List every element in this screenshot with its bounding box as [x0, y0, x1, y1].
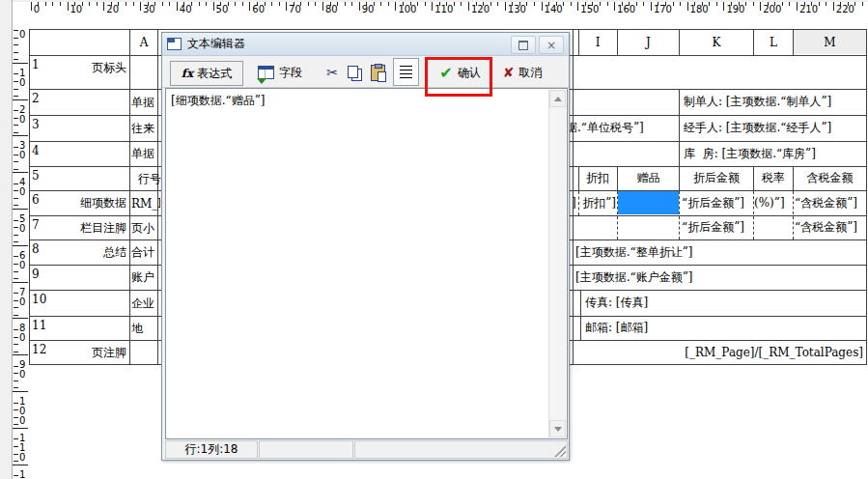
band-row-label[interactable]: 8总结 — [30, 240, 128, 265]
cut-button[interactable]: ✂ — [322, 61, 342, 84]
ruler-tick — [14, 446, 18, 447]
restore-button[interactable] — [511, 36, 536, 54]
cell-warehouse[interactable]: 库 房: [主项数据.“库房”] — [684, 141, 866, 166]
ruler-label: 10 — [70, 4, 83, 14]
a-cell[interactable]: 企业 — [131, 291, 160, 316]
a-cell[interactable]: 合计 — [131, 240, 160, 265]
ruler-label: 40 — [19, 178, 26, 197]
col-title-discount[interactable]: 折扣 — [579, 166, 616, 190]
cell-email[interactable]: 邮箱: [邮箱] — [585, 316, 863, 340]
band-row-label[interactable]: 12页注脚 — [30, 341, 128, 365]
ruler-tick — [745, 2, 746, 6]
a-cell[interactable]: 往来 — [131, 116, 160, 141]
ruler-tick — [13, 63, 28, 64]
cell-whole-discount[interactable]: [主项数据.“整单折让”] — [575, 240, 863, 265]
ruler-tick — [14, 380, 18, 381]
band-row-label[interactable]: 1页标头 — [30, 56, 128, 89]
scroll-down-button[interactable] — [549, 420, 566, 437]
field-label: 字段 — [279, 65, 302, 81]
column-header-l[interactable]: L — [754, 30, 793, 54]
cell-discounted-subtotal[interactable]: “折后金额”] — [682, 215, 752, 240]
ruler-label: 50 — [19, 214, 26, 234]
column-header-a[interactable]: A — [130, 30, 157, 54]
ruler-tick — [14, 227, 18, 228]
selected-cell[interactable] — [618, 191, 679, 214]
ruler-tick — [68, 2, 69, 11]
ruler-tick — [563, 2, 564, 6]
ruler-tick — [833, 2, 834, 11]
band-name: 栏目注脚 — [80, 216, 128, 240]
ruler-tick — [614, 2, 615, 11]
field-button[interactable]: 字段 — [251, 61, 309, 84]
cell-tax-no-fragment[interactable]: 据.“单位税号”] — [566, 115, 676, 141]
cell-maker[interactable]: 制单人: [主项数据.“制单人”] — [684, 89, 866, 115]
cell-withtax-expr[interactable]: “含税金额”] — [795, 190, 865, 215]
ruler-tick — [13, 318, 28, 319]
ruler-tick — [13, 465, 28, 465]
ruler-tick — [162, 2, 163, 6]
a-cell[interactable]: RM_L — [131, 191, 160, 215]
ruler-tick — [14, 147, 18, 148]
band-row-label[interactable]: 6细项数据 — [30, 191, 128, 215]
band-row-label[interactable]: 3 — [30, 116, 128, 141]
band-name: 细项数据 — [80, 191, 128, 215]
a-cell[interactable]: 地 — [131, 317, 160, 340]
a-cell[interactable]: 页小 — [131, 216, 160, 240]
editor-scrollbar[interactable] — [548, 90, 566, 437]
col-title-amount-with-tax[interactable]: 含税金额 — [794, 166, 866, 190]
band-row-label[interactable]: 2 — [30, 90, 128, 115]
a-cell[interactable]: 单据 — [131, 90, 160, 115]
align-toggle-button[interactable] — [393, 58, 419, 86]
column-header-m[interactable]: M — [794, 30, 866, 54]
a-cell[interactable]: 单据 — [131, 142, 160, 166]
col-title-gift[interactable]: 赠品 — [618, 166, 679, 190]
ruler-label: 130 — [508, 4, 526, 14]
ruler-tick — [286, 2, 287, 11]
column-header-k[interactable]: K — [680, 30, 753, 54]
ruler-tick — [14, 278, 18, 279]
dialog-titlebar[interactable]: 文本编辑器 × — [162, 33, 569, 56]
row-header-corner[interactable] — [30, 30, 129, 54]
a-cell[interactable]: 账户 — [131, 266, 160, 290]
scroll-up-button[interactable] — [549, 90, 566, 107]
expression-button[interactable]: fx 表达式 — [170, 61, 243, 86]
editor-textarea[interactable]: [细项数据.“赠品”] — [165, 88, 568, 439]
ruler-label: 80 — [325, 4, 338, 14]
ruler-tick — [862, 2, 863, 6]
cell-discount-expr[interactable]: 折扣”] — [577, 190, 616, 215]
band-row-label[interactable]: 10 — [30, 291, 128, 316]
cell-taxrate-expr[interactable]: (%)”] — [754, 190, 793, 215]
ruler-tick — [680, 2, 681, 6]
copy-button[interactable] — [344, 61, 365, 84]
band-row-label[interactable]: 7栏目注脚 — [30, 216, 128, 240]
cell-withtax-subtotal[interactable]: “含税金额”] — [795, 215, 865, 240]
paste-button[interactable] — [367, 61, 388, 84]
cell-discounted-expr[interactable]: “折后金额”] — [682, 190, 752, 215]
ruler-tick — [14, 307, 18, 308]
ruler-tick — [14, 475, 18, 476]
band-row-label[interactable]: 4 — [30, 142, 128, 166]
cell-account-amount[interactable]: [主项数据.“账户金额”] — [575, 265, 863, 290]
band-row-label[interactable]: 5 — [30, 167, 128, 190]
ruler-label: 190 — [726, 4, 744, 14]
column-header-j[interactable]: J — [618, 30, 679, 54]
cell-handler[interactable]: 经手人: [主项数据.“经手人”] — [684, 115, 866, 141]
row-number: 7 — [30, 216, 40, 240]
close-button[interactable]: × — [539, 36, 564, 54]
ruler-tick — [14, 161, 18, 162]
grid-line — [793, 166, 794, 191]
cancel-button[interactable]: ✘ 取消 — [495, 61, 549, 84]
cell-fax[interactable]: 传真: [传真] — [585, 290, 863, 316]
col-title-tax-rate[interactable]: 税率 — [754, 166, 793, 190]
ruler-tick — [709, 2, 710, 6]
col-title-discounted-amount[interactable]: 折后金额 — [680, 166, 753, 190]
band-row-label[interactable]: 11 — [30, 317, 128, 340]
row-number: 12 — [30, 341, 46, 365]
column-header-i[interactable]: I — [578, 30, 617, 54]
ruler-tick — [13, 135, 28, 136]
cell-page-number[interactable]: [_RM_Page]/[_RM_TotalPages] — [573, 340, 863, 364]
band-row-label[interactable]: 9 — [30, 266, 128, 290]
dialog-statusbar: 行:1列:18 — [163, 439, 568, 459]
ruler-tick — [14, 387, 18, 388]
ruler-tick — [177, 2, 178, 11]
